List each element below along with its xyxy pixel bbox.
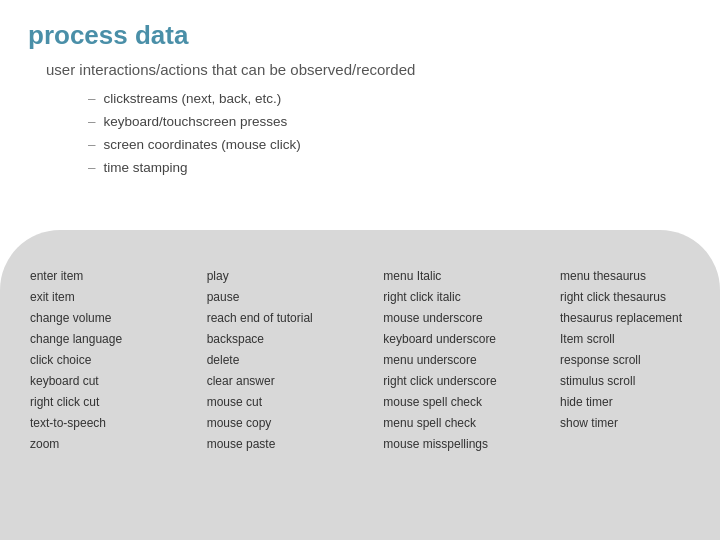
bullet-item: –screen coordinates (mouse click) bbox=[88, 134, 692, 157]
bullet-item: –keyboard/touchscreen presses bbox=[88, 111, 692, 134]
list-item: delete bbox=[207, 350, 337, 371]
list-item: text-to-speech bbox=[30, 413, 160, 434]
list-item: clear answer bbox=[207, 371, 337, 392]
list-item: right click cut bbox=[30, 392, 160, 413]
list-item: mouse paste bbox=[207, 434, 337, 455]
list-item: stimulus scroll bbox=[560, 371, 690, 392]
bullet-item: –time stamping bbox=[88, 157, 692, 180]
list-item: keyboard underscore bbox=[383, 329, 513, 350]
data-area: enter itemexit itemchange volumechange l… bbox=[0, 230, 720, 540]
list-item: menu underscore bbox=[383, 350, 513, 371]
list-item: mouse cut bbox=[207, 392, 337, 413]
bullet-dash: – bbox=[88, 134, 96, 157]
page-title: process data bbox=[28, 20, 692, 51]
data-column-col3: menu Italicright click italicmouse under… bbox=[383, 266, 513, 516]
bullet-list: –clickstreams (next, back, etc.)–keyboar… bbox=[88, 88, 692, 180]
list-item: change volume bbox=[30, 308, 160, 329]
list-item: right click underscore bbox=[383, 371, 513, 392]
list-item: change language bbox=[30, 329, 160, 350]
list-item: exit item bbox=[30, 287, 160, 308]
page-subtitle: user interactions/actions that can be ob… bbox=[46, 61, 692, 78]
list-item: mouse misspellings bbox=[383, 434, 513, 455]
list-item: menu spell check bbox=[383, 413, 513, 434]
bullet-dash: – bbox=[88, 111, 96, 134]
bullet-dash: – bbox=[88, 157, 96, 180]
bullet-item: –clickstreams (next, back, etc.) bbox=[88, 88, 692, 111]
bullet-text: time stamping bbox=[104, 157, 188, 180]
data-column-col1: enter itemexit itemchange volumechange l… bbox=[30, 266, 160, 516]
data-column-col4: menu thesaurusright click thesaurusthesa… bbox=[560, 266, 690, 516]
bullet-text: screen coordinates (mouse click) bbox=[104, 134, 301, 157]
list-item: enter item bbox=[30, 266, 160, 287]
list-item: response scroll bbox=[560, 350, 690, 371]
list-item: Item scroll bbox=[560, 329, 690, 350]
data-column-col2: playpausereach end of tutorialbackspaced… bbox=[207, 266, 337, 516]
bullet-text: clickstreams (next, back, etc.) bbox=[104, 88, 282, 111]
list-item: keyboard cut bbox=[30, 371, 160, 392]
list-item: menu thesaurus bbox=[560, 266, 690, 287]
list-item: backspace bbox=[207, 329, 337, 350]
page: process data user interactions/actions t… bbox=[0, 0, 720, 540]
list-item: click choice bbox=[30, 350, 160, 371]
list-item: thesaurus replacement bbox=[560, 308, 690, 329]
list-item: right click thesaurus bbox=[560, 287, 690, 308]
list-item: mouse spell check bbox=[383, 392, 513, 413]
list-item: right click italic bbox=[383, 287, 513, 308]
list-item: mouse underscore bbox=[383, 308, 513, 329]
list-item: mouse copy bbox=[207, 413, 337, 434]
list-item: reach end of tutorial bbox=[207, 308, 337, 329]
bullet-text: keyboard/touchscreen presses bbox=[104, 111, 288, 134]
bullet-dash: – bbox=[88, 88, 96, 111]
list-item: menu Italic bbox=[383, 266, 513, 287]
list-item: show timer bbox=[560, 413, 690, 434]
list-item: pause bbox=[207, 287, 337, 308]
list-item: zoom bbox=[30, 434, 160, 455]
list-item: play bbox=[207, 266, 337, 287]
list-item: hide timer bbox=[560, 392, 690, 413]
